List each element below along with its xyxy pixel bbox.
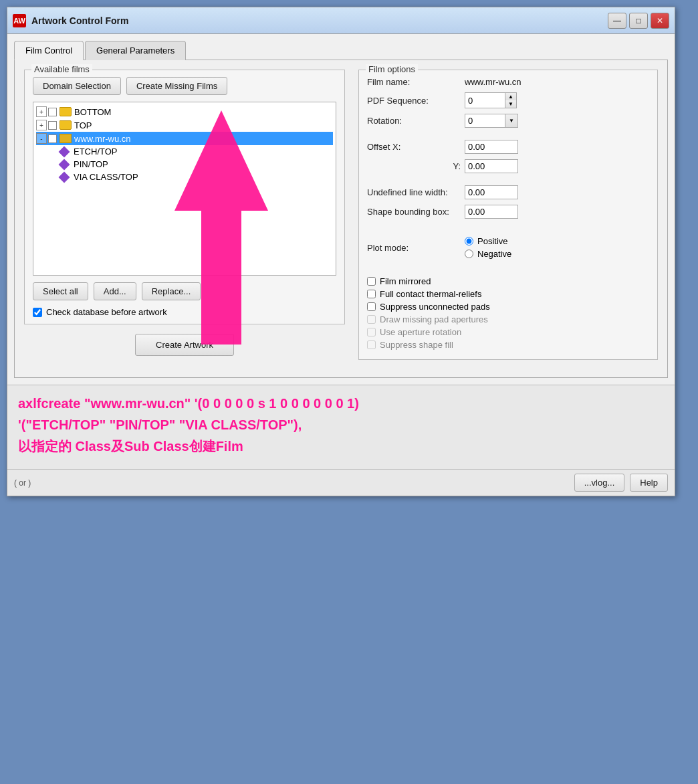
- cmd-text-2: '("ETCH/TOP" "PIN/TOP" "VIA CLASS/TOP"),: [18, 417, 302, 432]
- available-films-group: Available films Domain Selection Create …: [24, 70, 345, 324]
- full-contact-row: Full contact thermal-reliefs: [367, 289, 649, 299]
- offset-y-label: Y:: [367, 161, 461, 171]
- use-aperture-checkbox[interactable]: [367, 328, 376, 336]
- tab-film-control[interactable]: Film Control: [14, 41, 84, 60]
- negative-radio[interactable]: [465, 250, 473, 258]
- window-body: Film Control General Parameters Availabl…: [7, 34, 675, 385]
- rotation-label: Rotation:: [367, 116, 461, 126]
- positive-radio-row: Positive: [465, 236, 511, 246]
- offset-x-label: Offset X:: [367, 142, 461, 152]
- film-name-value: www.mr-wu.cn: [465, 77, 521, 87]
- shape-bounding-box-label: Shape bounding box:: [367, 207, 461, 217]
- top-btn-row: Domain Selection Create Missing Films: [33, 77, 336, 95]
- replace-button[interactable]: Replace...: [142, 282, 201, 300]
- rotation-dropdown-btn[interactable]: ▼: [505, 114, 518, 128]
- annotation-command-line2: '("ETCH/TOP" "PIN/TOP" "VIA CLASS/TOP"),: [18, 416, 664, 433]
- create-missing-films-button[interactable]: Create Missing Films: [126, 77, 227, 95]
- annotation-chinese: 以指定的 Class及Sub Class创建Film: [18, 437, 664, 456]
- rotation-dropdown-group: ▼: [465, 114, 518, 128]
- etch-diamond-icon: [59, 146, 70, 157]
- etch-label: ETCH/TOP: [74, 146, 118, 157]
- tree-item-bottom[interactable]: + BOTTOM: [36, 105, 333, 118]
- top-label: TOP: [74, 120, 92, 130]
- via-diamond-icon: [59, 171, 70, 183]
- offset-x-input[interactable]: [465, 140, 518, 154]
- film-mirrored-checkbox[interactable]: [367, 277, 376, 286]
- plot-mode-label: Plot mode:: [367, 243, 461, 253]
- offset-y-row: Y:: [367, 159, 649, 173]
- positive-label: Positive: [477, 236, 508, 246]
- plot-mode-row: Plot mode: Positive Negative: [367, 231, 649, 264]
- rotation-input[interactable]: [465, 114, 505, 128]
- film-name-row: Film name: www.mr-wu.cn: [367, 77, 649, 87]
- bottom-folder-icon: [60, 107, 72, 116]
- maximize-button[interactable]: □: [629, 13, 648, 29]
- select-all-button[interactable]: Select all: [33, 282, 88, 300]
- full-contact-checkbox[interactable]: [367, 290, 376, 298]
- status-text: ( or ): [14, 478, 569, 488]
- shape-bounding-box-row: Shape bounding box:: [367, 205, 649, 219]
- close-button[interactable]: ✕: [651, 13, 669, 29]
- tree-item-top[interactable]: + TOP: [36, 118, 333, 132]
- shape-bounding-box-input[interactable]: [465, 205, 518, 219]
- add-button[interactable]: Add...: [94, 282, 136, 300]
- full-contact-label: Full contact thermal-reliefs: [380, 289, 481, 299]
- right-panel: Film options Film name: www.mr-wu.cn PDF…: [358, 70, 658, 368]
- tree-item-via[interactable]: VIA CLASS/TOP: [60, 171, 333, 183]
- tab-content: Available films Domain Selection Create …: [14, 60, 668, 378]
- domain-selection-button[interactable]: Domain Selection: [33, 77, 121, 95]
- suppress-unconnected-checkbox[interactable]: [367, 302, 376, 311]
- film-tree-view[interactable]: + BOTTOM + TOP: [33, 102, 336, 276]
- top-checkbox[interactable]: [48, 121, 57, 130]
- two-panel-layout: Available films Domain Selection Create …: [24, 70, 658, 368]
- pdf-sequence-up[interactable]: ▲: [505, 93, 516, 100]
- suppress-shape-row: Suppress shape fill: [367, 340, 649, 350]
- bottom-expander[interactable]: +: [36, 106, 47, 117]
- tree-item-etch[interactable]: ETCH/TOP: [60, 145, 333, 158]
- www-label: www.mr-wu.cn: [74, 134, 131, 144]
- suppress-shape-checkbox[interactable]: [367, 340, 376, 349]
- help-button[interactable]: Help: [630, 474, 668, 492]
- tab-general-parameters[interactable]: General Parameters: [85, 41, 186, 60]
- minimize-button[interactable]: —: [608, 13, 626, 29]
- www-children: ETCH/TOP PIN/TOP VIA CLA: [36, 145, 333, 183]
- film-options-group: Film options Film name: www.mr-wu.cn PDF…: [358, 70, 658, 360]
- offset-y-input[interactable]: [465, 159, 518, 173]
- www-expander[interactable]: -: [36, 133, 47, 144]
- cmd-text-1: axlfcreate "www.mr-wu.cn" '(0 0 0 0 0 s …: [18, 396, 359, 411]
- bottom-checkbox[interactable]: [48, 108, 57, 116]
- check-database-row: Check database before artwork: [33, 307, 336, 317]
- suppress-unconnected-row: Suppress unconnected pads: [367, 302, 649, 312]
- top-expander[interactable]: +: [36, 120, 47, 130]
- annotation-command-line1: axlfcreate "www.mr-wu.cn" '(0 0 0 0 0 s …: [18, 395, 664, 412]
- plot-mode-options: Positive Negative: [465, 236, 511, 259]
- check-database-checkbox[interactable]: [33, 308, 42, 317]
- positive-radio[interactable]: [465, 237, 473, 246]
- suppress-shape-label: Suppress shape fill: [380, 340, 453, 350]
- title-bar: AW Artwork Control Form — □ ✕: [7, 7, 675, 34]
- pdf-sequence-label: PDF Sequence:: [367, 96, 461, 106]
- pdf-sequence-spinners: ▲ ▼: [505, 92, 517, 108]
- use-aperture-row: Use aperture rotation: [367, 327, 649, 337]
- create-artwork-row: Create Artwork: [24, 334, 345, 356]
- film-mirrored-label: Film mirrored: [380, 276, 431, 286]
- rotation-row: Rotation: ▼: [367, 114, 649, 128]
- pdf-sequence-input[interactable]: [465, 92, 505, 108]
- pin-diamond-icon: [59, 159, 70, 170]
- www-checkbox[interactable]: [48, 134, 57, 143]
- top-folder-icon: [60, 120, 72, 130]
- check-database-label: Check database before artwork: [46, 307, 167, 317]
- suppress-unconnected-label: Suppress unconnected pads: [380, 302, 490, 312]
- pdf-sequence-down[interactable]: ▼: [505, 100, 516, 108]
- draw-missing-row: Draw missing pad apertures: [367, 314, 649, 324]
- tree-item-pin[interactable]: PIN/TOP: [60, 158, 333, 171]
- undefined-line-width-input[interactable]: [465, 185, 518, 199]
- viewlog-button[interactable]: ...vlog...: [574, 474, 625, 492]
- create-artwork-button[interactable]: Create Artwork: [135, 334, 234, 356]
- use-aperture-label: Use aperture rotation: [380, 327, 461, 337]
- film-name-label: Film name:: [367, 77, 461, 87]
- pin-label: PIN/TOP: [74, 159, 108, 169]
- left-panel: Available films Domain Selection Create …: [24, 70, 345, 368]
- draw-missing-checkbox[interactable]: [367, 315, 376, 324]
- tree-item-www[interactable]: - www.mr-wu.cn: [36, 132, 333, 145]
